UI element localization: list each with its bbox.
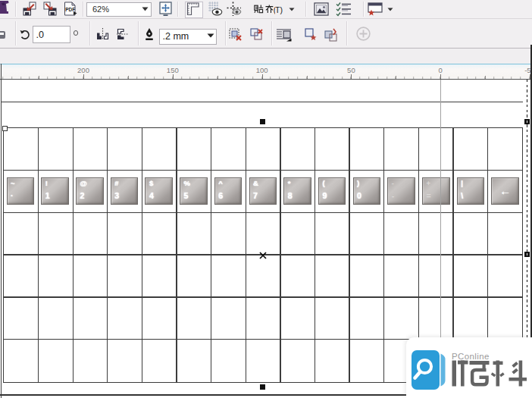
svg-text:PDF: PDF <box>65 7 75 12</box>
svg-text:PConline: PConline <box>452 352 490 361</box>
